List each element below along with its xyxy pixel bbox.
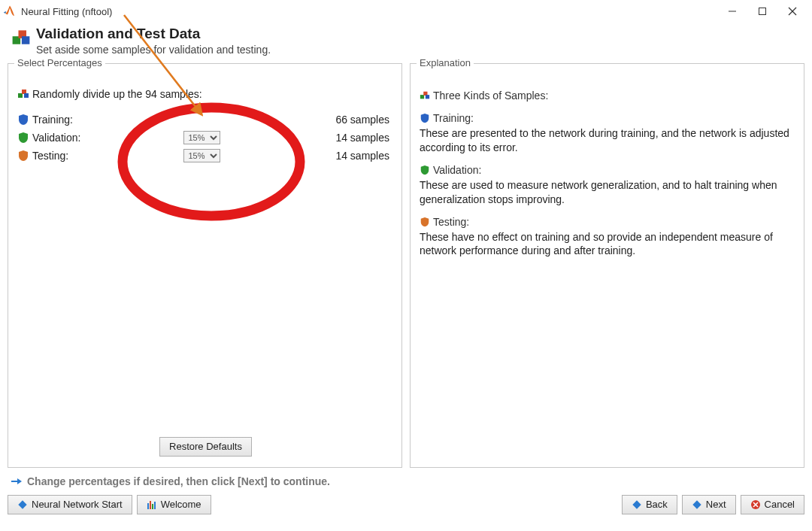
next-button[interactable]: Next xyxy=(682,495,736,514)
validation-heading: Validation: xyxy=(420,164,796,176)
cubes-icon xyxy=(420,90,430,101)
footer: Neural Network Start Welcome Back Next C… xyxy=(0,490,812,520)
testing-row: Testing: 15% 14 samples xyxy=(17,147,394,165)
svg-rect-19 xyxy=(632,500,641,508)
close-button[interactable] xyxy=(777,2,807,21)
panel-legend-left: Select Percentages xyxy=(14,57,105,68)
svg-rect-17 xyxy=(152,504,153,509)
diamond-blue-icon xyxy=(632,499,642,510)
svg-rect-14 xyxy=(18,500,26,508)
svg-rect-13 xyxy=(426,95,429,99)
shield-orange-icon xyxy=(420,217,430,227)
svg-rect-16 xyxy=(150,501,151,509)
cancel-icon xyxy=(750,499,761,510)
svg-rect-15 xyxy=(147,503,149,509)
select-percentages-panel: Select Percentages Randomly divide up th… xyxy=(8,63,402,468)
diamond-blue-icon xyxy=(692,499,702,510)
testing-heading: Testing: xyxy=(420,216,796,228)
page-subtitle: Set aside some samples for validation an… xyxy=(36,44,271,56)
testing-text: These have no effect on training and so … xyxy=(420,230,796,259)
testing-label: Testing: xyxy=(32,150,115,162)
arrow-right-icon xyxy=(11,475,23,487)
svg-rect-9 xyxy=(24,93,29,98)
shield-blue-icon xyxy=(420,113,430,123)
kinds-heading: Three Kinds of Samples: xyxy=(420,90,796,102)
shield-green-icon xyxy=(420,165,430,175)
hint-line: Change percentages if desired, then clic… xyxy=(0,468,812,490)
titlebar: Neural Fitting (nftool) xyxy=(0,0,812,23)
training-row: Training: 66 samples xyxy=(17,111,394,129)
shield-blue-icon xyxy=(17,114,29,126)
cubes-icon xyxy=(17,88,29,100)
training-label: Training: xyxy=(32,114,115,126)
cancel-button[interactable]: Cancel xyxy=(741,495,804,514)
minimize-button[interactable] xyxy=(717,2,747,21)
intro-row: Randomly divide up the 94 samples: xyxy=(17,85,394,103)
intro-text: Randomly divide up the 94 samples: xyxy=(32,88,202,100)
neural-network-start-button[interactable]: Neural Network Start xyxy=(8,495,132,514)
page-title: Validation and Test Data xyxy=(36,26,271,42)
window-title: Neural Fitting (nftool) xyxy=(21,6,112,17)
validation-text: These are used to measure network genera… xyxy=(420,178,796,207)
explanation-panel: Explanation Three Kinds of Samples: Trai… xyxy=(410,63,804,468)
validation-percent-select[interactable]: 15% xyxy=(183,131,220,144)
testing-samples: 14 samples xyxy=(288,150,394,162)
validation-label: Validation: xyxy=(32,132,115,144)
testing-percent-select[interactable]: 15% xyxy=(183,149,220,162)
matlab-icon xyxy=(3,5,17,18)
main-content: Select Percentages Randomly divide up th… xyxy=(0,63,812,468)
welcome-button[interactable]: Welcome xyxy=(137,495,211,514)
svg-rect-6 xyxy=(22,36,30,44)
validation-samples: 14 samples xyxy=(288,132,394,144)
shield-green-icon xyxy=(17,132,29,144)
training-text: These are presented to the network durin… xyxy=(420,126,796,155)
panel-legend-right: Explanation xyxy=(417,57,474,68)
shield-orange-icon xyxy=(17,150,29,162)
training-heading: Training: xyxy=(420,112,796,124)
svg-rect-20 xyxy=(692,500,701,508)
page-header: Validation and Test Data Set aside some … xyxy=(0,23,812,63)
svg-rect-1 xyxy=(759,8,766,15)
maximize-button[interactable] xyxy=(747,2,777,21)
cubes-icon xyxy=(11,27,32,48)
back-button[interactable]: Back xyxy=(622,495,677,514)
training-samples: 66 samples xyxy=(288,114,394,126)
bars-icon xyxy=(147,499,157,510)
restore-defaults-button[interactable]: Restore Defaults xyxy=(159,437,252,457)
svg-rect-18 xyxy=(154,502,156,509)
validation-row: Validation: 15% 14 samples xyxy=(17,129,394,147)
diamond-blue-icon xyxy=(17,499,28,510)
